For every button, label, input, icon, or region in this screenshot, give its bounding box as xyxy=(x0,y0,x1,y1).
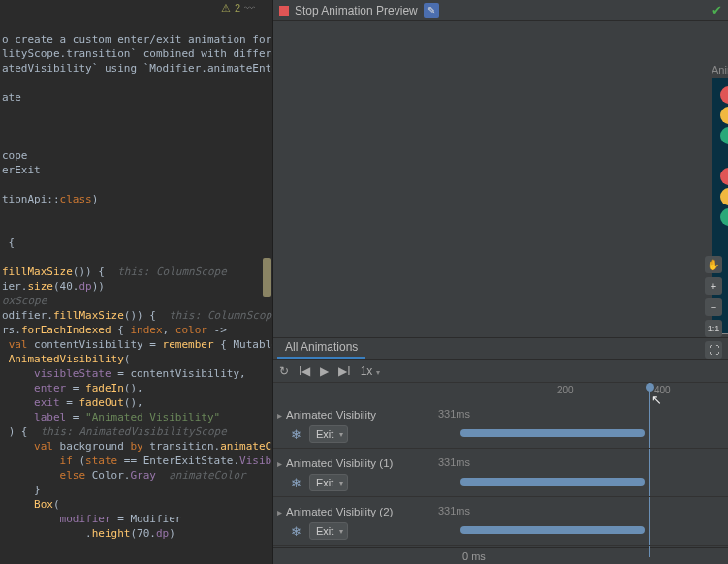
animation-panel: All Animations ↻ I◀ ▶ ▶I 1x ▾ 200 400 60… xyxy=(273,337,728,564)
timeline-bar[interactable] xyxy=(460,526,645,534)
timeline-bar[interactable] xyxy=(460,429,645,437)
color-bar xyxy=(720,229,728,246)
editor-inspections: ⚠ 2 〰 xyxy=(0,0,272,16)
step-back-icon[interactable]: I◀ xyxy=(299,364,310,378)
preview-pane: Stop Animation Preview ✎ ✔ AnimatedVisib… xyxy=(272,0,728,564)
animation-timeline[interactable]: 200 400 600 800 1000 ↖ ▸Animated Visibil… xyxy=(273,383,728,547)
timeline-status: 0 ms xyxy=(273,547,728,564)
track-name: Animated Visibility (2) xyxy=(286,506,393,517)
preview-toolbar: Stop Animation Preview ✎ ✔ xyxy=(273,0,728,21)
preview-stage: AnimatedVisibility ♥ ✋ + − 1:1 ⛶ xyxy=(273,21,728,337)
zoom-1to1-button[interactable]: 1:1 xyxy=(705,320,722,337)
animation-track: ▸Animated Visibility (1)331ms❄Exit▾ xyxy=(273,451,728,497)
timeline-bar[interactable] xyxy=(460,478,645,486)
inspection-eye-icon: 〰 xyxy=(244,2,255,14)
state-dropdown[interactable]: Exit▾ xyxy=(309,425,348,443)
code-editor-pane: ⚠ 2 〰 o create a custom enter/exit anima… xyxy=(0,0,272,564)
color-bar xyxy=(720,208,728,226)
track-duration: 331ms xyxy=(438,408,470,420)
play-icon[interactable]: ▶ xyxy=(320,364,329,378)
color-bar xyxy=(720,188,728,205)
animation-controls: ↻ I◀ ▶ ▶I 1x ▾ xyxy=(273,360,728,383)
device-label: AnimatedVisibility xyxy=(712,64,728,76)
state-dropdown[interactable]: Exit▾ xyxy=(309,474,348,491)
edit-icon[interactable]: ✎ xyxy=(424,3,439,18)
state-dropdown[interactable]: Exit▾ xyxy=(309,522,348,540)
editor-scrollbar[interactable] xyxy=(263,258,271,297)
speed-dropdown[interactable]: 1x ▾ xyxy=(361,364,380,378)
color-bar xyxy=(720,147,728,165)
freeze-icon[interactable]: ❄ xyxy=(291,427,301,442)
track-duration: 331ms xyxy=(438,505,470,517)
warning-count: 2 xyxy=(235,2,240,14)
tab-all-animations[interactable]: All Animations xyxy=(277,337,365,359)
warning-icon: ⚠ xyxy=(221,2,231,15)
expand-button[interactable]: ⛶ xyxy=(705,341,722,359)
animation-track: ▸Animated Visibility (2)331ms❄Exit▾ xyxy=(273,499,728,546)
chevron-right-icon[interactable]: ▸ xyxy=(277,458,282,469)
color-bar xyxy=(720,127,728,144)
animation-tabs: All Animations xyxy=(273,338,728,360)
color-bar xyxy=(720,86,728,104)
preview-side-tools: ✋ + − 1:1 ⛶ xyxy=(705,256,724,359)
track-duration: 331ms xyxy=(438,456,470,468)
chevron-right-icon[interactable]: ▸ xyxy=(277,410,282,421)
timeline-ruler[interactable]: 200 400 600 800 1000 xyxy=(460,383,728,402)
stop-icon[interactable] xyxy=(279,6,289,16)
animation-track: ▸Animated Visibility331ms❄Exit▾ xyxy=(273,402,728,449)
step-forward-icon[interactable]: ▶I xyxy=(338,364,350,378)
loop-icon[interactable]: ↻ xyxy=(279,364,289,378)
track-name: Animated Visibility (1) xyxy=(286,457,393,469)
freeze-icon[interactable]: ❄ xyxy=(291,476,301,490)
freeze-icon[interactable]: ❄ xyxy=(291,524,301,539)
status-ok-icon: ✔ xyxy=(712,3,722,17)
code-text[interactable]: o create a custom enter/exit animation f… xyxy=(0,17,272,555)
preview-title: Stop Animation Preview xyxy=(295,4,418,17)
track-name: Animated Visibility xyxy=(286,409,376,421)
zoom-in-button[interactable]: + xyxy=(705,277,722,295)
chevron-right-icon[interactable]: ▸ xyxy=(277,507,282,517)
pan-tool[interactable]: ✋ xyxy=(705,256,722,273)
zoom-out-button[interactable]: − xyxy=(705,298,722,316)
color-bar xyxy=(720,168,728,185)
color-bar xyxy=(720,107,728,124)
